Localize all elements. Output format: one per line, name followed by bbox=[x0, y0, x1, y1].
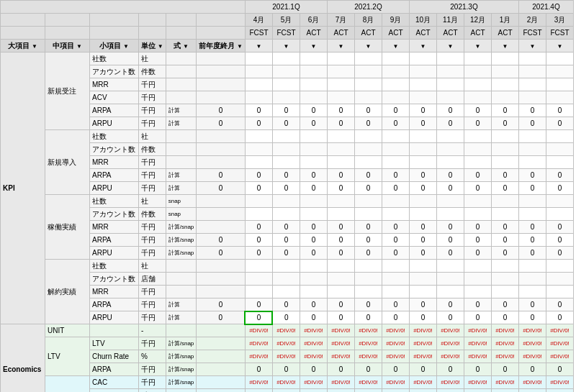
data-cell[interactable]: 0 bbox=[546, 363, 573, 376]
data-cell[interactable]: #DIV/0! bbox=[382, 376, 409, 389]
data-cell[interactable] bbox=[382, 260, 409, 273]
data-cell[interactable]: #DIV/0! bbox=[300, 389, 327, 393]
data-cell[interactable]: 0 bbox=[354, 104, 382, 117]
data-cell[interactable]: 0 bbox=[464, 311, 491, 324]
data-cell[interactable] bbox=[436, 273, 464, 286]
data-cell[interactable]: 0 bbox=[546, 247, 573, 260]
data-cell[interactable] bbox=[327, 208, 354, 221]
data-cell[interactable] bbox=[327, 78, 354, 91]
data-cell[interactable]: 0 bbox=[327, 117, 354, 130]
filter-jul[interactable]: ▼ bbox=[327, 40, 354, 53]
data-cell[interactable] bbox=[354, 286, 382, 298]
data-cell[interactable]: 0 bbox=[300, 311, 327, 324]
data-cell[interactable] bbox=[409, 78, 436, 91]
data-cell[interactable]: 0 bbox=[382, 363, 409, 376]
data-cell[interactable]: 0 bbox=[546, 311, 573, 324]
data-cell[interactable]: #DIV/0! bbox=[518, 324, 546, 337]
data-cell[interactable] bbox=[518, 156, 546, 169]
data-cell[interactable] bbox=[382, 65, 409, 78]
data-cell[interactable] bbox=[245, 53, 272, 65]
data-cell[interactable]: #DIV/0! bbox=[327, 350, 354, 363]
data-cell[interactable]: 0 bbox=[518, 104, 546, 117]
data-cell[interactable]: 0 bbox=[464, 247, 491, 260]
data-cell[interactable]: 0 bbox=[409, 234, 436, 247]
data-cell[interactable]: 0 bbox=[518, 247, 546, 260]
data-cell[interactable] bbox=[327, 65, 354, 78]
data-cell[interactable]: 0 bbox=[300, 234, 327, 247]
data-cell[interactable] bbox=[436, 286, 464, 298]
data-cell[interactable]: 0 bbox=[546, 104, 573, 117]
data-cell[interactable] bbox=[382, 208, 409, 221]
data-cell[interactable] bbox=[546, 260, 573, 273]
data-cell[interactable]: 0 bbox=[245, 169, 272, 182]
data-cell[interactable] bbox=[464, 53, 491, 65]
data-cell[interactable]: 0 bbox=[327, 247, 354, 260]
data-cell[interactable] bbox=[546, 286, 573, 298]
data-cell[interactable] bbox=[546, 143, 573, 156]
data-cell[interactable]: #DIV/0! bbox=[245, 389, 272, 393]
data-cell[interactable]: #DIV/0! bbox=[436, 337, 464, 350]
data-cell[interactable] bbox=[300, 143, 327, 156]
data-cell[interactable] bbox=[354, 53, 382, 65]
data-cell[interactable] bbox=[382, 273, 409, 286]
data-cell[interactable]: 0 bbox=[272, 117, 300, 130]
data-cell[interactable]: 0 bbox=[300, 298, 327, 311]
data-cell[interactable] bbox=[491, 143, 518, 156]
data-cell[interactable] bbox=[518, 260, 546, 273]
data-cell[interactable]: 0 bbox=[245, 234, 272, 247]
data-cell[interactable]: #DIV/0! bbox=[518, 337, 546, 350]
data-cell[interactable]: #DIV/0! bbox=[409, 324, 436, 337]
data-cell[interactable] bbox=[382, 143, 409, 156]
data-cell[interactable]: 0 bbox=[354, 234, 382, 247]
data-cell[interactable] bbox=[382, 53, 409, 65]
data-cell[interactable]: 0 bbox=[245, 117, 272, 130]
data-cell[interactable]: 0 bbox=[518, 363, 546, 376]
data-cell[interactable]: 0 bbox=[436, 363, 464, 376]
data-cell[interactable]: 0 bbox=[327, 311, 354, 324]
data-cell[interactable]: #DIV/0! bbox=[491, 337, 518, 350]
data-cell[interactable] bbox=[382, 195, 409, 208]
data-cell[interactable] bbox=[409, 65, 436, 78]
filter-dec[interactable]: ▼ bbox=[464, 40, 491, 53]
data-cell[interactable]: 0 bbox=[354, 117, 382, 130]
data-cell[interactable] bbox=[245, 260, 272, 273]
data-cell[interactable] bbox=[546, 130, 573, 143]
data-cell[interactable] bbox=[382, 130, 409, 143]
data-cell[interactable] bbox=[436, 143, 464, 156]
data-cell[interactable]: 0 bbox=[382, 104, 409, 117]
data-cell[interactable]: 0 bbox=[491, 169, 518, 182]
data-cell[interactable] bbox=[300, 130, 327, 143]
data-cell[interactable]: #DIV/0! bbox=[546, 376, 573, 389]
data-cell[interactable] bbox=[436, 130, 464, 143]
filter-may[interactable]: ▼ bbox=[272, 40, 300, 53]
data-cell[interactable]: 0 bbox=[327, 363, 354, 376]
data-cell[interactable] bbox=[327, 130, 354, 143]
data-cell[interactable] bbox=[300, 273, 327, 286]
data-cell[interactable]: #DIV/0! bbox=[300, 324, 327, 337]
data-cell[interactable]: 0 bbox=[436, 221, 464, 234]
data-cell[interactable]: 0 bbox=[436, 182, 464, 195]
data-cell[interactable]: 0 bbox=[518, 221, 546, 234]
data-cell[interactable]: #DIV/0! bbox=[382, 389, 409, 393]
data-cell[interactable]: 0 bbox=[272, 234, 300, 247]
data-cell[interactable] bbox=[272, 273, 300, 286]
data-cell[interactable] bbox=[409, 130, 436, 143]
data-cell[interactable]: 0 bbox=[464, 363, 491, 376]
data-cell[interactable]: #DIV/0! bbox=[272, 389, 300, 393]
data-cell[interactable]: 0 bbox=[409, 247, 436, 260]
data-cell[interactable]: 0 bbox=[300, 169, 327, 182]
data-cell[interactable]: 0 bbox=[245, 363, 272, 376]
data-cell[interactable] bbox=[409, 91, 436, 104]
filter-large-arrow[interactable]: ▼ bbox=[32, 43, 37, 50]
data-cell[interactable]: 0 bbox=[300, 221, 327, 234]
data-cell[interactable] bbox=[245, 65, 272, 78]
data-cell[interactable]: #DIV/0! bbox=[491, 350, 518, 363]
data-cell[interactable]: 0 bbox=[245, 182, 272, 195]
data-cell[interactable] bbox=[272, 91, 300, 104]
data-cell[interactable]: #DIV/0! bbox=[245, 337, 272, 350]
data-cell[interactable] bbox=[518, 273, 546, 286]
filter-small-arrow[interactable]: ▼ bbox=[123, 43, 129, 50]
data-cell[interactable] bbox=[354, 78, 382, 91]
data-cell[interactable] bbox=[354, 195, 382, 208]
data-cell[interactable] bbox=[518, 208, 546, 221]
